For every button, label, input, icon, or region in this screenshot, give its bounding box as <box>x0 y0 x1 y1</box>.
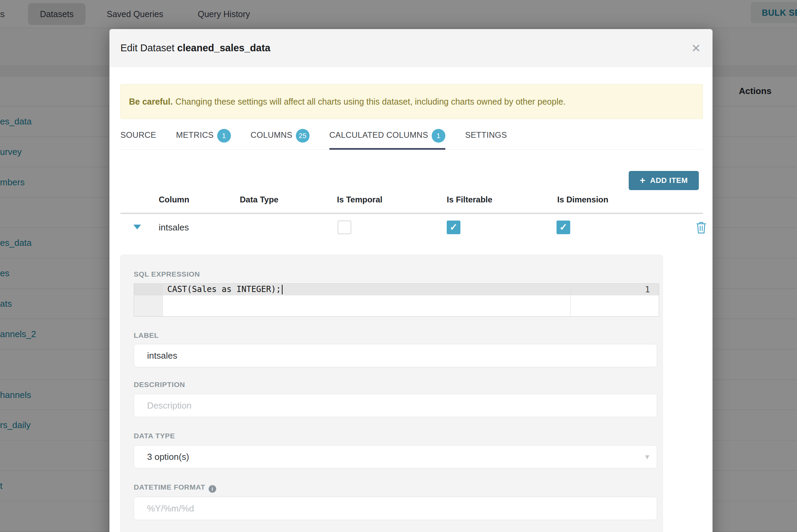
warning-banner-bold: Be careful. <box>129 97 173 106</box>
calculated-column-detail-panel: SQL EXPRESSION 1 CAST(Sales as INTEGER);… <box>120 255 663 532</box>
data-type-field-label: DATA TYPE <box>134 432 175 440</box>
calculated-columns-count-badge: 1 <box>432 129 445 143</box>
tab-label: SETTINGS <box>465 130 507 140</box>
tab-columns[interactable]: COLUMNS25 <box>251 128 310 150</box>
warning-banner-text: Changing these settings will affect all … <box>175 97 566 106</box>
is-dimension-checkbox[interactable] <box>557 221 570 234</box>
chevron-down-icon[interactable] <box>133 225 141 229</box>
calculated-column-name: intsales <box>159 222 189 233</box>
datetime-format-field-label: DATETIME FORMATi <box>134 483 216 493</box>
sql-editor-gutter-active-line <box>134 284 163 295</box>
col-header-is-filterable: Is Filterable <box>447 195 492 204</box>
modal-title: Edit Dataset cleaned_sales_data <box>120 29 271 67</box>
label-field-label: LABEL <box>134 331 159 340</box>
chevron-down-icon: ▾ <box>645 445 649 468</box>
text-cursor <box>282 285 283 294</box>
description-input[interactable] <box>134 394 657 417</box>
warning-banner: Be careful.Changing these settings will … <box>120 84 703 119</box>
tab-label: METRICS <box>176 130 213 140</box>
plus-icon: + <box>640 175 645 186</box>
data-type-select[interactable]: 3 option(s) ▾ <box>134 445 657 468</box>
sql-editor[interactable]: 1 CAST(Sales as INTEGER); <box>134 283 659 317</box>
tab-metrics[interactable]: METRICS1 <box>176 128 231 150</box>
modal-tabs: SOURCE METRICS1 COLUMNS25 CALCULATED COL… <box>120 128 703 150</box>
tab-label: COLUMNS <box>251 130 292 140</box>
modal-header: Edit Dataset cleaned_sales_data ✕ <box>109 29 713 67</box>
col-header-data-type: Data Type <box>240 195 278 204</box>
edit-dataset-modal: Edit Dataset cleaned_sales_data ✕ Be car… <box>109 29 713 532</box>
add-item-button[interactable]: + ADD ITEM <box>629 171 699 190</box>
datetime-format-input[interactable] <box>134 497 657 520</box>
modal-title-prefix: Edit Dataset <box>120 42 174 53</box>
is-filterable-checkbox[interactable] <box>447 221 460 234</box>
modal-title-dataset-name: cleaned_sales_data <box>177 42 270 53</box>
tab-label: CALCULATED COLUMNS <box>329 130 428 140</box>
tab-source[interactable]: SOURCE <box>120 128 156 150</box>
columns-count-badge: 25 <box>296 129 310 143</box>
info-icon[interactable]: i <box>209 485 216 493</box>
tab-label: SOURCE <box>120 130 156 140</box>
close-icon[interactable]: ✕ <box>691 41 701 55</box>
metrics-count-badge: 1 <box>217 129 231 143</box>
col-header-is-dimension: Is Dimension <box>557 195 608 204</box>
add-item-label: ADD ITEM <box>650 176 688 185</box>
data-type-value: 3 option(s) <box>147 452 189 462</box>
datetime-format-label-text: DATETIME FORMAT <box>134 483 205 491</box>
sql-code: CAST(Sales as INTEGER); <box>167 284 281 294</box>
table-header-divider <box>120 213 703 214</box>
print-margin-line <box>570 284 571 316</box>
is-temporal-checkbox[interactable] <box>338 221 351 234</box>
label-input[interactable] <box>134 344 657 367</box>
col-header-is-temporal: Is Temporal <box>337 195 382 204</box>
sql-line-number: 1 <box>645 285 650 294</box>
trash-icon[interactable] <box>695 221 707 236</box>
tab-settings[interactable]: SETTINGS <box>465 128 507 150</box>
col-header-column: Column <box>159 195 189 204</box>
tab-calculated-columns[interactable]: CALCULATED COLUMNS1 <box>329 128 445 150</box>
description-field-label: DESCRIPTION <box>134 381 185 389</box>
sql-expression-label: SQL EXPRESSION <box>134 270 200 278</box>
